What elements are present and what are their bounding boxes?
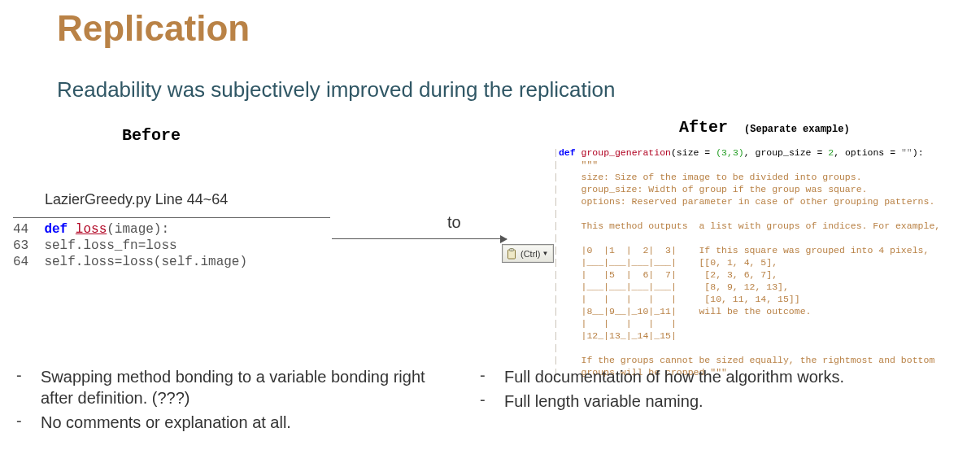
bullet-text: No comments or explanation at all. (41, 412, 439, 433)
bullet-dash: - (480, 391, 504, 409)
list-item: - Full length variable naming. (480, 391, 935, 412)
bullet-text: Full length variable naming. (504, 391, 935, 412)
paste-options-button[interactable]: (Ctrl) ▼ (502, 244, 554, 263)
function-name: loss (76, 222, 107, 237)
docstring-line: This method outputs a list with groups o… (559, 220, 940, 231)
docstring-line: |0 |1 | 2| 3| If this square was grouped… (559, 245, 929, 255)
before-bullets: - Swapping method bonding to a variable … (16, 366, 439, 436)
code-text: (image): (107, 222, 169, 237)
docstring-line: |___|___|___|___| [[0, 1, 4, 5], (559, 257, 777, 268)
after-heading-text: After (679, 118, 728, 137)
page-title: Replication (57, 8, 250, 49)
code-text: , options = (834, 147, 901, 158)
chevron-down-icon: ▼ (542, 250, 548, 257)
list-item: - No comments or explanation at all. (16, 412, 439, 433)
list-item: - Swapping method bonding to a variable … (16, 366, 439, 408)
keyword-def: def (44, 222, 68, 237)
after-bullets: - Full documentation of how the algorith… (480, 366, 935, 415)
code-line-44: 44 def loss(image): (13, 221, 330, 238)
svg-rect-1 (510, 248, 514, 251)
after-subheading: (Separate example) (744, 124, 850, 135)
keyword-def: def (559, 147, 576, 158)
docstring-line: size: Size of the image to be divided in… (559, 172, 862, 182)
code-text: self.loss_fn=loss (44, 238, 176, 253)
code-line-64: 64 self.loss=loss(self.image) (13, 254, 330, 270)
docstring-line: """ (559, 159, 598, 170)
bullet-dash: - (16, 366, 41, 385)
code-text: , group_size = (744, 147, 829, 158)
after-heading: After (Separate example) (679, 118, 850, 137)
bullet-dash: - (16, 412, 41, 430)
code-literal: (3,3) (716, 147, 744, 158)
docstring-line: group_size: Width of group if the group … (559, 184, 868, 194)
docstring-line: | |5 | 6| 7| [2, 3, 6, 7], (559, 269, 777, 280)
code-line-63: 63 self.loss_fn=loss (13, 238, 330, 254)
docstring-line: |12_|13_|_14|_15| (559, 330, 677, 341)
page-subtitle: Readability was subjectively improved du… (57, 77, 615, 103)
paste-label: (Ctrl) (520, 249, 540, 259)
code-text: self.loss=loss(self.image) (44, 255, 247, 269)
docstring-line: If the groups cannot be sized equally, t… (559, 355, 934, 365)
arrow-right-icon (332, 238, 507, 239)
line-number: 64 (13, 255, 28, 269)
docstring-line: | | | | | [10, 11, 14, 15]] (559, 294, 800, 304)
divider (13, 217, 330, 218)
docstring-line: |8__|9__|_10|_11| will be the outcome. (559, 306, 812, 316)
after-code-block: |def group_generation(size = (3,3), grou… (553, 146, 972, 378)
code-text: (size = (671, 147, 716, 158)
docstring-line: options: Reserved parameter in case of o… (559, 196, 934, 207)
code-literal: "" (901, 147, 912, 158)
bullet-text: Full documentation of how the algorithm … (504, 366, 935, 387)
to-label: to (447, 213, 461, 232)
docstring-line: |___|___|___|___| [8, 9, 12, 13], (559, 282, 789, 292)
before-heading: Before (122, 126, 181, 145)
clipboard-icon (505, 247, 518, 260)
function-name: group_generation (581, 147, 671, 158)
slide: Replication Readability was subjectively… (0, 0, 980, 454)
before-code-block: 44 def loss(image): 63 self.loss_fn=loss… (13, 216, 330, 270)
bullet-text: Swapping method bonding to a variable bo… (41, 366, 439, 408)
bullet-text-inner: Swapping method bonding to a variable bo… (41, 368, 425, 407)
docstring-line: | | | | | (559, 318, 677, 329)
code-text: ): (912, 147, 924, 158)
list-item: - Full documentation of how the algorith… (480, 366, 935, 387)
bullet-dash: - (480, 366, 504, 385)
line-number: 63 (13, 238, 28, 253)
before-file-label: LazierGreedy.py Line 44~64 (45, 191, 228, 208)
line-number: 44 (13, 222, 28, 237)
